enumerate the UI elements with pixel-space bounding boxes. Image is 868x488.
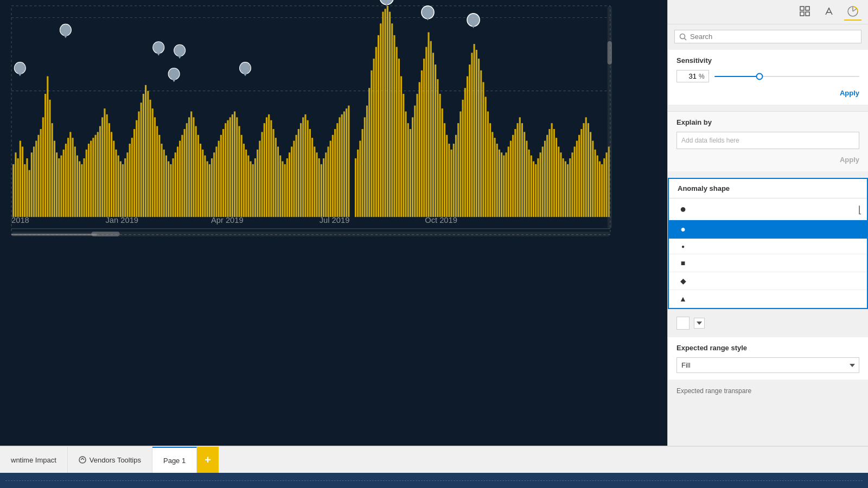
svg-rect-96 [227,120,228,217]
svg-rect-38 [95,135,97,217]
color-picker[interactable] [676,317,690,330]
grid-icon[interactable] [796,3,814,21]
svg-rect-144 [336,123,338,217]
svg-rect-202 [474,44,475,217]
svg-rect-120 [282,161,283,217]
anomaly-option-large-circle[interactable]: ● ⌊ [669,198,867,220]
svg-rect-254 [592,141,593,217]
svg-rect-13 [37,135,39,217]
svg-rect-181 [425,47,427,217]
svg-rect-230 [537,158,539,217]
tab-downtime-impact[interactable]: wntime Impact [0,447,68,473]
svg-rect-126 [296,135,297,217]
svg-rect-84 [200,144,201,217]
slider-thumb[interactable] [756,73,763,80]
svg-rect-85 [202,150,203,217]
svg-rect-108 [254,158,256,217]
explain-input[interactable]: Add data fields here [676,132,859,149]
anomaly-option-medium-circle[interactable]: ● [669,220,867,239]
svg-rect-224 [524,132,525,217]
anomaly-option-triangle[interactable]: ▲ [669,290,867,308]
svg-rect-43 [106,114,108,217]
svg-rect-21 [56,152,58,217]
svg-rect-244 [569,158,571,217]
svg-rect-173 [407,123,409,217]
tab-vendors-label: Vendors Tooltips [90,456,141,464]
svg-rect-176 [414,106,416,217]
analytics-icon[interactable] [844,3,861,21]
svg-text:2018: 2018 [11,215,29,224]
svg-rect-57 [138,112,139,217]
svg-rect-207 [485,97,487,217]
anomaly-option-square[interactable]: ■ [669,254,867,272]
svg-rect-203 [476,50,477,217]
sensitivity-apply-button[interactable]: Apply [840,88,859,98]
main-area: 2018 Jan 2019 Apr 2019 Jul 2019 Oct 2019 [0,0,868,446]
svg-rect-115 [270,120,272,217]
svg-rect-229 [535,164,537,217]
svg-rect-138 [323,158,324,217]
sensitivity-input-box[interactable]: % [676,70,709,82]
svg-rect-5 [20,141,21,217]
search-box[interactable] [674,30,861,43]
svg-rect-81 [193,117,194,217]
chart-area: 2018 Jan 2019 Apr 2019 Jul 2019 Oct 2019 [0,0,667,446]
anomaly-option-small-dot[interactable]: ● [669,239,867,254]
svg-rect-219 [512,135,514,217]
svg-rect-24 [63,150,65,217]
sensitivity-value-input[interactable] [680,72,697,80]
tab-add-button[interactable]: + [197,447,219,473]
svg-rect-171 [403,94,404,217]
svg-rect-240 [560,152,561,217]
svg-rect-48 [118,156,119,217]
svg-rect-52 [126,152,128,217]
svg-text:Jul 2019: Jul 2019 [320,215,350,224]
explain-label: Explain by [676,118,859,126]
svg-rect-259 [603,158,605,217]
tab-page1[interactable]: Page 1 [152,447,197,473]
svg-rect-188 [442,108,443,217]
svg-text:Apr 2019: Apr 2019 [211,215,244,224]
svg-rect-12 [35,141,37,217]
svg-rect-2 [12,164,14,217]
sensitivity-slider-track[interactable] [714,73,859,80]
svg-rect-30 [76,156,78,217]
svg-rect-73 [175,152,176,217]
svg-rect-151 [357,150,359,217]
svg-rect-114 [268,114,270,217]
svg-rect-258 [601,164,603,217]
expected-range-select-wrapper: Fill Line None [676,357,859,373]
svg-rect-72 [172,158,174,217]
search-input[interactable] [690,33,857,41]
svg-rect-241 [563,158,564,217]
tab-vendors-tooltips[interactable]: Vendors Tooltips [68,447,152,473]
svg-rect-91 [215,146,217,217]
svg-rect-14 [40,129,42,217]
svg-rect-80 [190,112,192,217]
shape-dropdown-arrow[interactable] [694,318,705,329]
svg-rect-218 [510,141,512,217]
explain-apply-button[interactable]: Apply [840,155,859,165]
svg-rect-107 [252,164,254,217]
format-icon[interactable] [820,3,838,21]
expected-range-select[interactable]: Fill Line None [676,357,859,373]
svg-rect-98 [232,114,233,217]
svg-rect-248 [578,135,580,217]
anomaly-option-diamond[interactable]: ◆ [669,272,867,290]
svg-rect-148 [346,108,347,217]
svg-rect-146 [341,114,343,217]
svg-rect-89 [211,158,213,217]
svg-rect-86 [204,156,206,217]
anomaly-header: Anomaly shape [669,179,867,198]
svg-rect-15 [42,117,44,217]
large-circle-icon: ● [678,203,688,215]
svg-rect-9 [29,170,30,217]
svg-rect-158 [373,59,375,217]
svg-rect-295 [806,7,809,10]
svg-rect-214 [501,152,502,217]
svg-rect-127 [298,129,299,217]
svg-rect-136 [318,158,320,217]
svg-rect-294 [800,7,804,10]
svg-rect-55 [133,129,135,217]
svg-rect-140 [327,146,329,217]
